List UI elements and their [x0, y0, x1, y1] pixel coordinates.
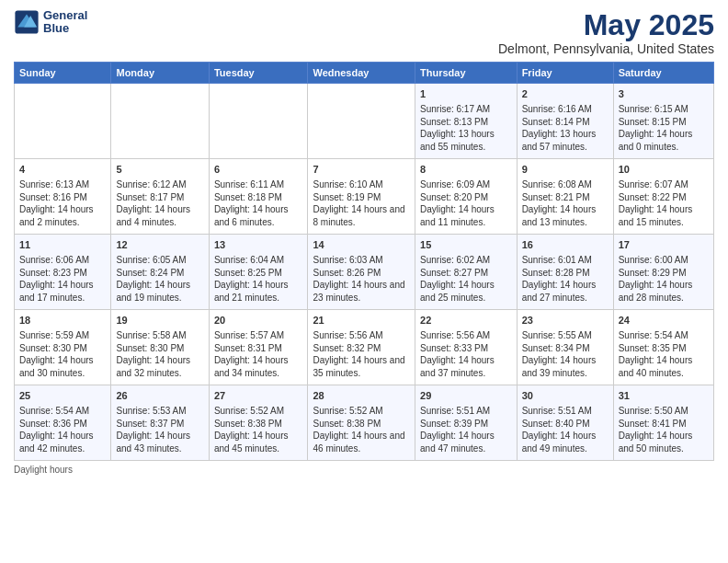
cell-content: Daylight: 14 hours and 0 minutes.	[619, 128, 709, 153]
cell-content: Daylight: 14 hours and 25 minutes.	[420, 279, 512, 304]
cell-content: Sunrise: 5:50 AM	[619, 405, 709, 418]
cell-content: Daylight: 14 hours and 42 minutes.	[19, 430, 106, 454]
cell-content: Sunset: 8:19 PM	[313, 191, 410, 204]
column-header-tuesday: Tuesday	[209, 63, 308, 84]
cell-content: Sunset: 8:35 PM	[619, 342, 709, 355]
calendar-cell: 14Sunrise: 6:03 AMSunset: 8:26 PMDayligh…	[308, 235, 415, 310]
calendar-week-5: 25Sunrise: 5:54 AMSunset: 8:36 PMDayligh…	[15, 385, 714, 461]
day-number: 16	[522, 238, 609, 252]
cell-content: Daylight: 14 hours and 4 minutes.	[116, 203, 203, 228]
cell-content: Sunrise: 5:52 AM	[214, 405, 303, 418]
cell-content: Sunrise: 5:54 AM	[619, 329, 709, 342]
cell-content: Sunset: 8:18 PM	[214, 191, 303, 204]
calendar-cell: 5Sunrise: 6:12 AMSunset: 8:17 PMDaylight…	[111, 159, 209, 235]
calendar-cell	[308, 84, 415, 159]
calendar-cell: 13Sunrise: 6:04 AMSunset: 8:25 PMDayligh…	[209, 235, 308, 310]
day-number: 5	[116, 163, 203, 177]
day-number: 21	[313, 314, 410, 327]
cell-content: Sunset: 8:13 PM	[420, 116, 512, 129]
calendar-cell	[15, 84, 111, 159]
logo-text: General Blue	[43, 9, 87, 36]
page: General Blue May 2025 Delmont, Pennsylva…	[0, 0, 728, 563]
cell-content: Daylight: 14 hours and 35 minutes.	[313, 354, 410, 379]
day-number: 22	[420, 314, 512, 327]
calendar-cell: 18Sunrise: 5:59 AMSunset: 8:30 PMDayligh…	[15, 310, 111, 385]
cell-content: Daylight: 14 hours and 23 minutes.	[313, 279, 410, 304]
cell-content: Daylight: 14 hours and 11 minutes.	[420, 203, 512, 228]
cell-content: Daylight: 14 hours and 40 minutes.	[619, 354, 709, 379]
cell-content: Daylight: 14 hours and 6 minutes.	[214, 203, 303, 228]
cell-content: Sunset: 8:36 PM	[19, 418, 106, 431]
cell-content: Sunrise: 6:05 AM	[116, 254, 203, 267]
calendar-cell: 25Sunrise: 5:54 AMSunset: 8:36 PMDayligh…	[15, 385, 111, 461]
cell-content: Sunrise: 6:16 AM	[522, 103, 609, 116]
day-number: 8	[420, 163, 512, 177]
generalblue-logo-icon	[14, 9, 40, 35]
cell-content: Sunset: 8:16 PM	[19, 191, 106, 204]
calendar-cell: 8Sunrise: 6:09 AMSunset: 8:20 PMDaylight…	[415, 159, 518, 235]
cell-content: Sunrise: 6:07 AM	[619, 178, 709, 191]
calendar-cell: 24Sunrise: 5:54 AMSunset: 8:35 PMDayligh…	[613, 310, 713, 385]
cell-content: Sunrise: 6:17 AM	[420, 103, 512, 116]
cell-content: Sunset: 8:26 PM	[313, 267, 410, 280]
cell-content: Sunrise: 5:51 AM	[420, 405, 512, 418]
day-number: 4	[19, 163, 106, 177]
column-header-wednesday: Wednesday	[308, 63, 415, 84]
day-number: 30	[522, 389, 609, 403]
day-number: 29	[420, 389, 512, 403]
column-header-sunday: Sunday	[15, 63, 111, 84]
cell-content: Daylight: 14 hours and 37 minutes.	[420, 354, 512, 379]
cell-content: Daylight: 14 hours and 17 minutes.	[19, 279, 106, 304]
cell-content: Sunset: 8:31 PM	[214, 342, 303, 355]
day-number: 15	[420, 238, 512, 252]
cell-content: Daylight: 14 hours and 39 minutes.	[522, 354, 609, 379]
cell-content: Sunset: 8:34 PM	[522, 342, 609, 355]
calendar-cell: 21Sunrise: 5:56 AMSunset: 8:32 PMDayligh…	[308, 310, 415, 385]
cell-content: Sunrise: 5:51 AM	[522, 405, 609, 418]
cell-content: Sunset: 8:22 PM	[619, 191, 709, 204]
cell-content: Daylight: 14 hours and 13 minutes.	[522, 203, 609, 228]
calendar-cell: 2Sunrise: 6:16 AMSunset: 8:14 PMDaylight…	[517, 84, 613, 159]
day-number: 27	[214, 389, 303, 403]
cell-content: Sunset: 8:20 PM	[420, 191, 512, 204]
cell-content: Sunset: 8:38 PM	[313, 418, 410, 431]
cell-content: Daylight: 14 hours and 8 minutes.	[313, 203, 410, 228]
day-number: 19	[116, 314, 203, 327]
calendar-table: SundayMondayTuesdayWednesdayThursdayFrid…	[14, 62, 714, 461]
cell-content: Sunset: 8:14 PM	[522, 116, 609, 129]
cell-content: Sunrise: 6:01 AM	[522, 254, 609, 267]
day-number: 18	[19, 314, 106, 327]
cell-content: Sunrise: 6:02 AM	[420, 254, 512, 267]
calendar-cell: 11Sunrise: 6:06 AMSunset: 8:23 PMDayligh…	[15, 235, 111, 310]
day-number: 20	[214, 314, 303, 327]
calendar-cell: 15Sunrise: 6:02 AMSunset: 8:27 PMDayligh…	[415, 235, 518, 310]
calendar-cell: 6Sunrise: 6:11 AMSunset: 8:18 PMDaylight…	[209, 159, 308, 235]
calendar-cell: 1Sunrise: 6:17 AMSunset: 8:13 PMDaylight…	[415, 84, 518, 159]
day-number: 26	[116, 389, 203, 403]
column-header-monday: Monday	[111, 63, 209, 84]
calendar-cell: 31Sunrise: 5:50 AMSunset: 8:41 PMDayligh…	[613, 385, 713, 461]
column-header-thursday: Thursday	[415, 63, 518, 84]
calendar-cell: 12Sunrise: 6:05 AMSunset: 8:24 PMDayligh…	[111, 235, 209, 310]
cell-content: Sunrise: 6:15 AM	[619, 103, 709, 116]
cell-content: Sunrise: 5:56 AM	[420, 329, 512, 342]
cell-content: Daylight: 14 hours and 34 minutes.	[214, 354, 303, 379]
cell-content: Daylight: 14 hours and 32 minutes.	[116, 354, 203, 379]
cell-content: Daylight: 14 hours and 46 minutes.	[313, 430, 410, 454]
cell-content: Sunset: 8:41 PM	[619, 418, 709, 431]
cell-content: Sunset: 8:37 PM	[116, 418, 203, 431]
calendar-cell: 27Sunrise: 5:52 AMSunset: 8:38 PMDayligh…	[209, 385, 308, 461]
day-number: 11	[19, 238, 106, 252]
cell-content: Sunrise: 5:59 AM	[19, 329, 106, 342]
day-number: 24	[619, 314, 709, 327]
cell-content: Daylight: 14 hours and 15 minutes.	[619, 203, 709, 228]
calendar-cell: 7Sunrise: 6:10 AMSunset: 8:19 PMDaylight…	[308, 159, 415, 235]
day-number: 3	[619, 87, 709, 101]
calendar-week-4: 18Sunrise: 5:59 AMSunset: 8:30 PMDayligh…	[15, 310, 714, 385]
cell-content: Sunrise: 5:57 AM	[214, 329, 303, 342]
cell-content: Daylight: 14 hours and 30 minutes.	[19, 354, 106, 379]
calendar-cell: 20Sunrise: 5:57 AMSunset: 8:31 PMDayligh…	[209, 310, 308, 385]
calendar-week-1: 1Sunrise: 6:17 AMSunset: 8:13 PMDaylight…	[15, 84, 714, 159]
cell-content: Sunset: 8:29 PM	[619, 267, 709, 280]
cell-content: Sunrise: 6:13 AM	[19, 178, 106, 191]
